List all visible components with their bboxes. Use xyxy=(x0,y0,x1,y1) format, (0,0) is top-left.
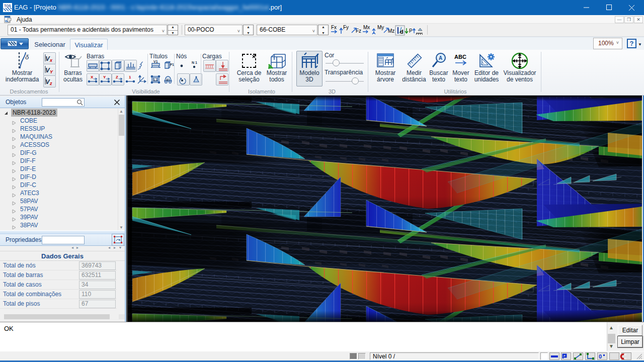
svg-text:Z: Z xyxy=(116,75,118,79)
svg-text:B1: B1 xyxy=(167,78,171,81)
svg-text:z: z xyxy=(49,81,52,86)
svg-text:N 1: N 1 xyxy=(192,61,197,64)
svg-text:x: x xyxy=(49,58,53,63)
svg-text:Y: Y xyxy=(50,69,53,74)
svg-text:0: 0 xyxy=(599,353,602,359)
svg-text:A: A xyxy=(439,55,442,61)
svg-text:X: X xyxy=(91,75,94,79)
svg-text:V1: V1 xyxy=(153,60,158,63)
svg-text:TQS: TQS xyxy=(4,4,11,8)
svg-text:Mz: Mz xyxy=(388,28,394,34)
svg-text:L1: L1 xyxy=(154,78,158,81)
svg-text:My: My xyxy=(377,25,384,30)
svg-text:δ: δ xyxy=(25,53,29,61)
svg-text:ABC: ABC xyxy=(454,54,466,60)
svg-text:d: d xyxy=(400,29,404,35)
svg-text:P: P xyxy=(409,28,413,34)
svg-text:Mx: Mx xyxy=(363,25,370,30)
svg-text:Y: Y xyxy=(103,75,106,79)
svg-text:1: 1 xyxy=(129,75,131,79)
svg-text:Fx: Fx xyxy=(331,25,337,30)
svg-text:Fy: Fy xyxy=(343,25,349,30)
